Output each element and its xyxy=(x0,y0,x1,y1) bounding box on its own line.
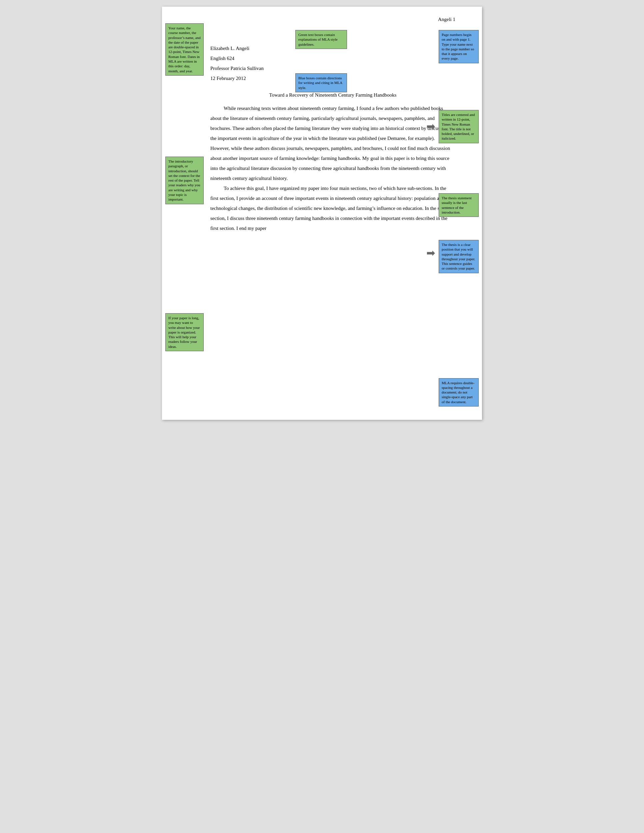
title-arrow-icon: ➡ xyxy=(426,120,435,133)
student-professor: Professor Patricia Sullivan xyxy=(210,63,455,73)
page: Angeli 1 Your name, the course number, t… xyxy=(162,6,482,420)
student-course: English 624 xyxy=(210,53,455,63)
ann-right-top: Page numbers begin on and with page 1. T… xyxy=(439,30,479,63)
body-paragraph-1: While researching texts written about ni… xyxy=(210,103,455,183)
page-number: Angeli 1 xyxy=(438,17,455,23)
ann-right-spacing: MLA requires double-spacing throughout a… xyxy=(439,378,479,407)
ann-right-title: Titles are centered and written in 12-po… xyxy=(439,110,479,143)
ann-left-intro: The introductory paragraph, or introduct… xyxy=(165,157,204,204)
ann-left-organization: If your paper is long, you may want to w… xyxy=(165,313,204,351)
ann-green-box-1: Green text boxes contain explanations of… xyxy=(295,30,347,49)
ann-blue-box-1: Blue boxes contain directions for writin… xyxy=(295,73,347,92)
body-paragraph-2: To achieve this goal, I have organized m… xyxy=(210,183,455,233)
ann-right-thesis-label: The thesis statement usually is the last… xyxy=(439,193,479,217)
ann-right-thesis: The thesis is a clear position that you … xyxy=(439,240,479,273)
thesis-arrow-icon: ➡ xyxy=(426,246,435,259)
